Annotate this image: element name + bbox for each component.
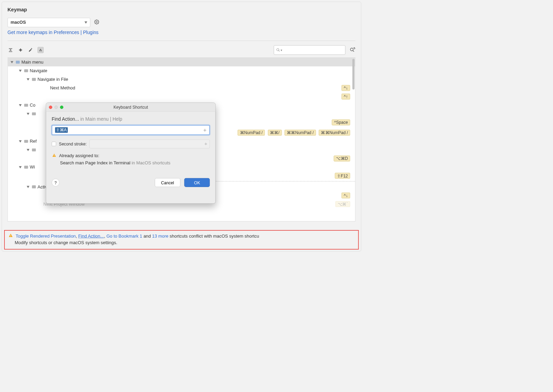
divider	[8, 41, 356, 41]
already-assigned-warning: Already assigned to: Search man Page Ind…	[52, 152, 210, 166]
first-stroke-input[interactable]: ⇧⌘A +	[52, 125, 210, 135]
cancel-button[interactable]: Cancel	[155, 178, 181, 187]
svg-point-0	[96, 21, 97, 23]
tree-leaf-prev-method[interactable]: ^↑	[8, 92, 355, 101]
svg-rect-13	[54, 155, 54, 156]
keymap-dropdown-value: macOS	[11, 20, 26, 25]
shortcut-badge: ⌘⌘NumPad /	[319, 130, 350, 135]
svg-rect-3	[9, 51, 12, 52]
help-icon[interactable]: ?	[52, 179, 59, 187]
folder-icon	[32, 78, 36, 81]
conflict-link-3[interactable]: Go to Bookmark 1	[106, 234, 142, 239]
second-stroke-input: +	[89, 140, 210, 149]
svg-rect-12	[11, 236, 11, 237]
second-stroke-label: Second stroke:	[59, 142, 87, 146]
conflict-warning-banner: Toggle Rendered Presentation, Find Actio…	[4, 230, 359, 250]
warning-filter-icon[interactable]	[37, 47, 44, 53]
svg-point-7	[277, 48, 279, 51]
folder-icon	[32, 148, 36, 151]
plus-icon: +	[204, 141, 207, 147]
keymap-preferences-panel: Keymap macOS Get more keymaps in Prefere…	[2, 2, 361, 251]
shortcut-badge: ^↓	[341, 193, 350, 198]
search-input[interactable]: ▾	[274, 45, 345, 55]
shortcut-badge: ⌘⌘/	[268, 130, 282, 135]
svg-line-8	[279, 51, 280, 52]
keymap-dropdown[interactable]: macOS	[8, 18, 90, 27]
conflict-link-2[interactable]: Find Action...	[78, 234, 104, 239]
svg-marker-5	[20, 50, 22, 52]
shortcut-badge: ^Space	[332, 119, 350, 125]
shortcut-badge: ^↑	[341, 94, 350, 99]
shortcut-badge: ⇧F12	[335, 173, 350, 178]
svg-marker-6	[20, 48, 22, 50]
keyboard-shortcut-dialog: Keyboard Shortcut Find Action... in Main…	[46, 102, 216, 204]
conflict-link-1[interactable]: Toggle Rendered Presentation	[16, 234, 76, 239]
svg-rect-1	[9, 48, 12, 49]
tree-leaf-next-method[interactable]: Next Method ^↓	[8, 84, 355, 92]
folder-icon	[32, 112, 36, 115]
second-stroke-checkbox[interactable]	[52, 142, 56, 146]
conflict-more-link[interactable]: 13 more	[152, 234, 168, 239]
get-more-keymaps-link[interactable]: Get more keymaps in Preferences | Plugin…	[8, 30, 356, 35]
svg-line-10	[353, 51, 354, 52]
warning-icon	[52, 153, 57, 158]
keymap-selector-row: macOS	[8, 18, 356, 27]
folder-icon	[24, 104, 28, 107]
collapse-all-icon[interactable]	[18, 47, 24, 53]
page-title: Keymap	[8, 7, 356, 13]
folder-icon	[24, 140, 28, 143]
shortcut-badge: ⌥⌘D	[334, 155, 350, 161]
pencil-icon[interactable]	[28, 47, 34, 53]
svg-point-9	[350, 48, 353, 51]
shortcut-badge: ⌘NumPad /	[238, 130, 265, 135]
warning-icon	[9, 234, 14, 239]
gear-icon[interactable]	[94, 19, 99, 26]
dialog-title: Keyboard Shortcut	[46, 105, 215, 110]
folder-icon	[16, 61, 20, 64]
shortcut-badge: ⌘⌘NumPad /	[285, 130, 316, 135]
ok-button[interactable]: OK	[184, 178, 210, 187]
tree-node-navigate[interactable]: Navigate	[8, 66, 355, 75]
dialog-action-label: Find Action... in Main menu | Help	[52, 117, 210, 122]
expand-all-icon[interactable]	[8, 47, 14, 53]
shortcut-badge: ^↓	[341, 85, 350, 91]
svg-rect-14	[54, 156, 54, 156]
shortcut-badge: ⌥⌘`	[335, 201, 350, 207]
tree-node-navigate-in-file[interactable]: Navigate in File	[8, 75, 355, 84]
plus-icon[interactable]: +	[203, 127, 206, 133]
folder-icon	[24, 69, 28, 72]
find-shortcut-icon[interactable]	[349, 47, 356, 53]
folder-icon	[32, 185, 36, 188]
svg-rect-4	[19, 50, 22, 51]
scrollbar[interactable]	[353, 59, 355, 89]
svg-rect-11	[11, 235, 11, 236]
folder-icon	[24, 166, 28, 169]
svg-marker-2	[9, 49, 11, 51]
tree-node-main-menu[interactable]: Main menu	[8, 58, 355, 66]
chevron-down-icon	[85, 21, 87, 23]
keymap-toolbar: ▾	[8, 44, 356, 57]
